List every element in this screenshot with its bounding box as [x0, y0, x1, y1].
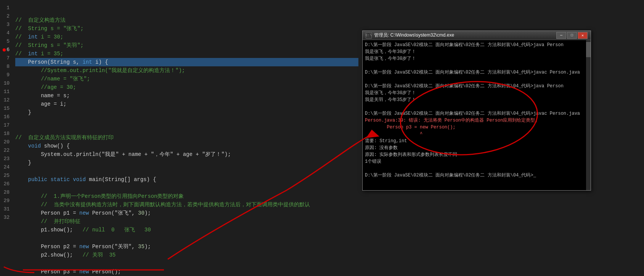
- cmd-line-1: D:\第一阶段 JavaSE\02模块二 面向对象编程\02任务二 方法和封装\…: [365, 42, 588, 48]
- code-line-6: Person(String s, int i) {: [15, 58, 358, 66]
- code-line-4: // String s = "关羽";: [15, 41, 358, 50]
- code-line-26: p1.show(); // null 0 张飞 30: [15, 226, 358, 234]
- code-line-blank2: [15, 117, 358, 125]
- code-line-5: // int i = 35;: [15, 50, 358, 58]
- code-line-blank6: [15, 234, 358, 242]
- cmd-line-16: D:\第一阶段 JavaSE\02模块二 面向对象编程\02任务二 方法和封装\…: [365, 172, 588, 179]
- code-line-29: p2.show(); // 关羽 35: [15, 251, 358, 259]
- cmd-line-4: D:\第一阶段 JavaSE\02模块二 面向对象编程\02任务二 方法和封装\…: [365, 69, 588, 76]
- code-line-15: // 自定义成员方法实现所有特征的打印: [15, 133, 358, 142]
- cmd-line-6: 我是张飞，今年30岁了！: [365, 90, 588, 96]
- code-line-11: age = i;: [15, 100, 358, 108]
- line-number-gutter: 1 2 3 4 5 6 7 8 9 10 11 12 15 16 17 18 2…: [0, 0, 13, 276]
- code-line-24: Person p1 = new Person("张飞", 30);: [15, 209, 358, 217]
- code-line-25: // 并打印特征: [15, 217, 358, 226]
- cmd-line-13: 原因: 没有参数: [365, 144, 588, 151]
- code-line-blank5: [15, 184, 358, 192]
- code-line-3: // int i = 30;: [15, 33, 358, 41]
- cmd-line-15: 1个错误: [365, 158, 588, 165]
- code-line-20: public static void main(String[] args) {: [15, 175, 358, 184]
- minimize-button[interactable]: —: [556, 32, 566, 39]
- cmd-window-controls[interactable]: — □ ✕: [556, 32, 588, 39]
- code-line-18: }: [15, 159, 358, 167]
- cmd-title-text: 管理员: C:\Windows\system32\cmd.exe: [374, 32, 556, 39]
- code-line-7: //System.out.println("我就是自定义的构造方法！");: [15, 66, 358, 75]
- code-line-8: //name = "张飞";: [15, 75, 358, 83]
- code-line-12: }: [15, 108, 358, 117]
- scrollbar[interactable]: [586, 40, 591, 190]
- code-line-1: // 自定义构造方法: [15, 16, 358, 24]
- code-line-2: // String s = "张飞";: [15, 24, 358, 33]
- code-content: // 自定义构造方法 // String s = "张飞"; // int i …: [15, 4, 358, 276]
- code-line-31: Person p3 = new Person();: [15, 268, 358, 276]
- code-line-22: // 1.声明一个Person类型的引用指向Person类型的对象: [15, 192, 358, 201]
- cmd-line-blank4: [365, 165, 588, 172]
- cmd-line-blank3: [365, 103, 588, 110]
- cmd-line-3: 我是张飞，今年30岁了！: [365, 55, 588, 62]
- cmd-line-7: 我是关羽，今年35岁了！: [365, 96, 588, 103]
- cmd-window: C:\ 管理员: C:\Windows\system32\cmd.exe — □…: [362, 30, 591, 191]
- code-editor: 1 2 3 4 5 6 7 8 9 10 11 12 15 16 17 18 2…: [0, 0, 366, 276]
- cmd-line-11: ^: [365, 131, 588, 138]
- code-line-blank: [15, 8, 358, 16]
- cmd-titlebar: C:\ 管理员: C:\Windows\system32\cmd.exe — □…: [363, 31, 591, 40]
- code-line-23: // 当类中没有提供构造方法时，则下面调用默认构造方法，若类中提供构造方法后，对…: [15, 201, 358, 209]
- code-line-28: Person p2 = new Person("关羽", 35);: [15, 242, 358, 251]
- cmd-line-9: Person.java:39: 错误: 无法将类 Person中的构造器 Per…: [365, 117, 588, 124]
- maximize-button[interactable]: □: [567, 32, 577, 39]
- cmd-line-2: 我是张飞，今年30岁了！: [365, 48, 588, 55]
- cmd-line-10: Person p3 = new Person();: [365, 124, 588, 131]
- code-line-10: name = s;: [15, 91, 358, 100]
- code-line-blank7: [15, 259, 358, 268]
- scrollbar-thumb[interactable]: [586, 42, 591, 57]
- cmd-content: D:\第一阶段 JavaSE\02模块二 面向对象编程\02任务二 方法和封装\…: [363, 40, 591, 190]
- cmd-line-8: D:\第一阶段 JavaSE\02模块二 面向对象编程\02任务二 方法和封装\…: [365, 110, 588, 117]
- code-line-9: //age = 30;: [15, 83, 358, 91]
- cmd-icon: C:\: [366, 32, 372, 39]
- cmd-line-14: 原因: 实际参数列表和形式参数列表长度不同: [365, 151, 588, 158]
- cmd-line-12: 需要: String,int: [365, 138, 588, 144]
- close-button[interactable]: ✕: [578, 32, 588, 39]
- code-line-blank4: [15, 167, 358, 175]
- code-line-17: System.out.println("我是" + name + "，今年" +…: [15, 150, 358, 159]
- code-line-blank3: [15, 125, 358, 133]
- cmd-line-blank2: [365, 76, 588, 83]
- code-line-16: void show() {: [15, 142, 358, 150]
- cmd-line-5: D:\第一阶段 JavaSE\02模块二 面向对象编程\02任务二 方法和封装\…: [365, 83, 588, 90]
- cmd-line-blank1: [365, 62, 588, 69]
